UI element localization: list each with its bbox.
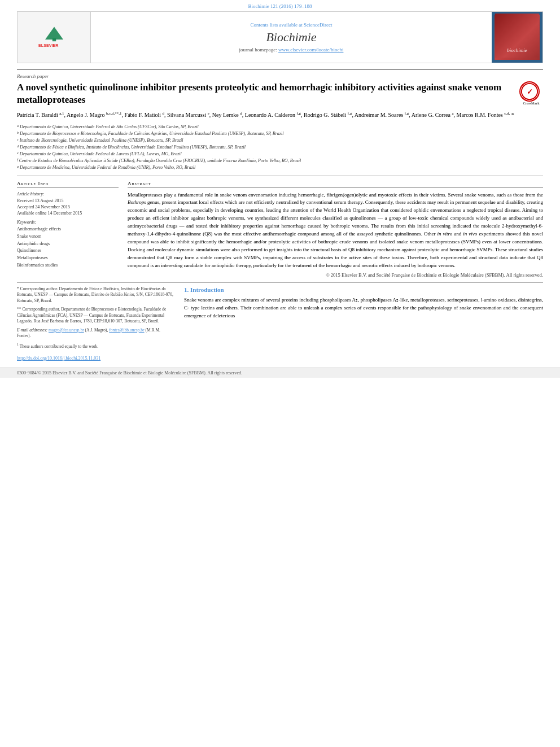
elsevier-logo-icon: ELSEVIER (32, 26, 77, 49)
journal-banner: ELSEVIER Contents lists available at Sci… (17, 11, 543, 63)
sciencedirect-text: Contents lists available at ScienceDirec… (251, 22, 333, 28)
copyright-notice: © 2015 Elsevier B.V. and Société Françai… (128, 272, 543, 278)
article-title: A novel synthetic quinolinone inhibitor … (17, 81, 543, 106)
keywords-list: Antihemorrhagic effects Snake venom Anti… (17, 226, 119, 269)
doi-link-area: http://dx.doi.org/10.1016/j.biochi.2015.… (0, 352, 560, 363)
affiliation-d: d Departamento de Física e Biofísica, In… (17, 144, 543, 151)
article-info-panel: Article Info Article history: Received 1… (17, 181, 119, 278)
affiliation-e: e Departamento de Química, Universidade … (17, 151, 543, 158)
keyword-3: Antiophidic drugs (17, 241, 119, 248)
biochimie-cover-image: biochimie (495, 15, 540, 60)
affiliation-a: a Departamento de Química, Universidade … (17, 124, 543, 130)
crossmark-icon: ✓ (519, 81, 540, 102)
introduction-body: Snake venoms are complex mixtures of sev… (184, 296, 543, 320)
journal-cover-area: biochimie (492, 12, 542, 63)
journal-name-area: Contents lists available at ScienceDirec… (91, 12, 492, 63)
svg-rect-2 (52, 38, 55, 41)
svg-text:✓: ✓ (527, 88, 533, 96)
main-content-area: Research paper A novel synthetic quinoli… (0, 63, 560, 278)
journal-homepage-link[interactable]: www.elsevier.com/locate/biochi (278, 47, 343, 53)
article-history: Article history: Received 13 August 2015… (17, 191, 119, 217)
abstract-panel: Abstract Metalloproteases play a fundame… (128, 181, 543, 278)
affiliation-b: b Departamento de Bioprocessos e Biotecn… (17, 130, 543, 137)
keywords-section: Keywords: Antihemorrhagic effects Snake … (17, 220, 119, 269)
bottom-rights-bar: 0300-9084/© 2015 Elsevier B.V. and Socié… (0, 368, 560, 378)
svg-text:biochimie: biochimie (507, 47, 527, 53)
journal-homepage-line: journal homepage: www.elsevier.com/locat… (239, 47, 344, 53)
keyword-4: Quinolinones (17, 247, 119, 255)
email-link-magro[interactable]: magro@fca.unesp.br (49, 327, 84, 333)
introduction-title: 1. Introduction (184, 286, 543, 293)
available-date: Available online 14 December 2015 (17, 210, 119, 216)
crossmark-label: CrossMark (519, 102, 543, 106)
footnote-equal-contribution: 1 These authors contributed equally to t… (17, 342, 175, 350)
keyword-6: Bioinformatics studies (17, 262, 119, 269)
footnote-corresponding1: * Corresponding author. Departamento de … (17, 286, 175, 304)
footnotes-panel: * Corresponding author. Departamento de … (17, 286, 175, 352)
history-label: Article history: (17, 191, 119, 196)
svg-text:ELSEVIER: ELSEVIER (38, 43, 59, 48)
affiliation-c: c Instituto de Biotecnologia, Universida… (17, 137, 543, 144)
accepted-date: Accepted 24 November 2015 (17, 204, 119, 210)
affiliations-list: a Departamento de Química, Universidade … (17, 124, 543, 171)
article-info-abstract-section: Article Info Article history: Received 1… (17, 176, 543, 278)
elsevier-logo-area: ELSEVIER (18, 12, 91, 63)
keyword-2: Snake venom (17, 233, 119, 241)
journal-citation-text: Biochimie 121 (2016) 179–188 (248, 3, 312, 9)
article-info-title: Article Info (17, 181, 119, 188)
authors-list: Patrícia T. Baraldi a,1, Angelo J. Magro… (17, 111, 543, 120)
footnotes-intro-section: * Corresponding author. Departamento de … (0, 283, 560, 352)
keywords-label: Keywords: (17, 220, 119, 225)
keyword-5: Metalloproteases (17, 255, 119, 262)
article-type-label: Research paper (17, 69, 543, 79)
affiliation-g: g Departamento de Medicina, Universidade… (17, 164, 543, 171)
crossmark-badge[interactable]: ✓ CrossMark (519, 81, 543, 105)
affiliation-f: f Centro de Estudos de Biomoléculas Apli… (17, 158, 543, 164)
introduction-panel: 1. Introduction Snake venoms are complex… (184, 286, 543, 352)
journal-citation: Biochimie 121 (2016) 179–188 (0, 0, 560, 11)
received-date: Received 13 August 2015 (17, 198, 119, 204)
abstract-title: Abstract (128, 181, 543, 188)
footnote-corresponding2: ** Corresponding author. Departamento de… (17, 307, 175, 325)
doi-link[interactable]: http://dx.doi.org/10.1016/j.biochi.2015.… (17, 356, 100, 361)
abstract-body: Metalloproteases play a fundamental role… (128, 191, 543, 270)
footnote-emails: E-mail addresses: magro@fca.unesp.br (A.… (17, 327, 175, 339)
email-link-fontes[interactable]: fontes@ibb.unesp.br (109, 327, 144, 333)
journal-name-display: Biochimie (266, 30, 316, 45)
keyword-1: Antihemorrhagic effects (17, 226, 119, 233)
